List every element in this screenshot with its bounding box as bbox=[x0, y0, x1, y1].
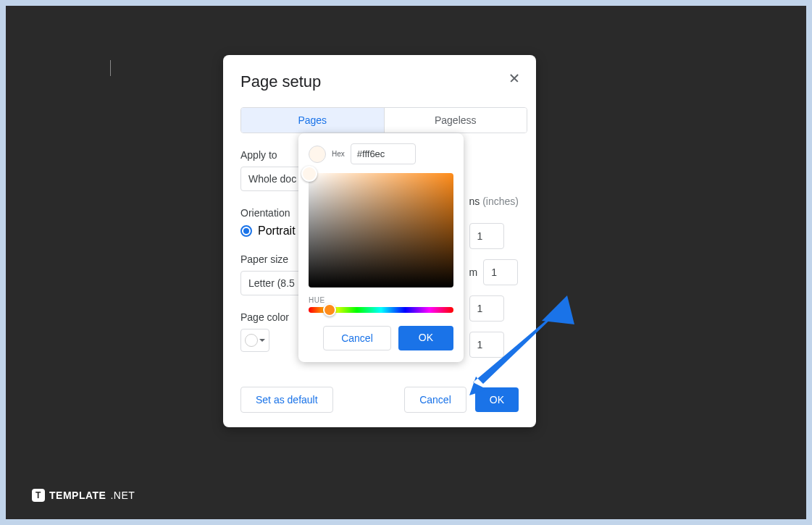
sv-cursor-handle[interactable] bbox=[301, 166, 317, 182]
close-icon[interactable] bbox=[508, 72, 520, 84]
color-swatch-icon bbox=[245, 334, 258, 347]
margin-right-input[interactable]: 1 bbox=[469, 332, 504, 358]
tab-pages[interactable]: Pages bbox=[241, 108, 385, 133]
picker-ok-button[interactable]: OK bbox=[398, 326, 453, 350]
ok-button[interactable]: OK bbox=[475, 387, 519, 412]
hex-input[interactable]: #fff6ec bbox=[351, 143, 416, 164]
apply-to-select[interactable]: Whole doc bbox=[240, 167, 306, 191]
color-picker-popover: Hex #fff6ec HUE Cancel OK bbox=[298, 133, 464, 362]
chevron-down-icon bbox=[259, 339, 265, 342]
cancel-button[interactable]: Cancel bbox=[404, 387, 466, 413]
saturation-value-field[interactable] bbox=[309, 173, 453, 287]
svg-marker-0 bbox=[542, 295, 574, 324]
radio-icon bbox=[240, 225, 252, 237]
tab-pageless[interactable]: Pageless bbox=[385, 108, 527, 133]
current-color-swatch bbox=[309, 146, 326, 163]
margin-left-input[interactable]: 1 bbox=[469, 295, 504, 322]
orientation-portrait-label: Portrait bbox=[258, 224, 296, 238]
hex-row: Hex #fff6ec bbox=[309, 143, 453, 164]
hue-slider[interactable] bbox=[309, 307, 453, 313]
picker-cancel-button[interactable]: Cancel bbox=[323, 326, 391, 350]
watermark-suffix: .NET bbox=[110, 490, 135, 501]
paper-size-select[interactable]: Letter (8.5 bbox=[240, 271, 306, 295]
margins-column: ns (inches) 1 m 1 1 1 bbox=[469, 196, 519, 358]
app-background: Page setup Pages Pageless Apply to Whole… bbox=[6, 6, 806, 519]
watermark-brand: TEMPLATE bbox=[49, 490, 106, 501]
set-default-button[interactable]: Set as default bbox=[240, 387, 333, 413]
page-color-dropdown[interactable] bbox=[240, 329, 269, 352]
margin-bottom-row: m 1 bbox=[469, 259, 519, 285]
hue-thumb-handle[interactable] bbox=[323, 303, 336, 316]
margin-bottom-input[interactable]: 1 bbox=[483, 259, 518, 285]
dialog-title: Page setup bbox=[240, 72, 519, 91]
dialog-button-row: Set as default Cancel OK bbox=[240, 387, 519, 413]
text-cursor bbox=[110, 60, 111, 76]
watermark: T TEMPLATE.NET bbox=[32, 489, 135, 502]
margins-header: ns (inches) bbox=[469, 196, 519, 207]
mode-tabs: Pages Pageless bbox=[240, 107, 527, 133]
watermark-badge-icon: T bbox=[32, 489, 45, 502]
picker-button-row: Cancel OK bbox=[309, 326, 453, 350]
hex-label: Hex bbox=[332, 150, 345, 158]
margin-top-input[interactable]: 1 bbox=[469, 223, 504, 249]
